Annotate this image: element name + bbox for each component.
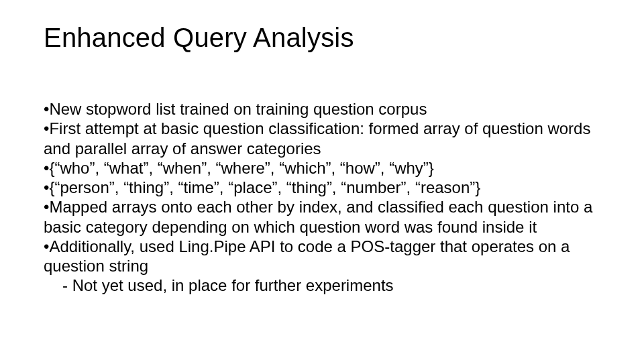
bullet-item: •{“person”, “thing”, “time”, “place”, “t…	[44, 178, 602, 197]
slide-title: Enhanced Query Analysis	[44, 23, 354, 53]
bullet-text: {“who”, “what”, “when”, “where”, “which”…	[49, 159, 433, 177]
slide: Enhanced Query Analysis •New stopword li…	[0, 0, 644, 362]
sub-bullet-item: - Not yet used, in place for further exp…	[44, 276, 602, 295]
bullet-item: •New stopword list trained on training q…	[44, 99, 602, 119]
bullet-item: •{“who”, “what”, “when”, “where”, “which…	[44, 158, 602, 178]
bullet-item: •Additionally, used Ling.Pipe API to cod…	[44, 237, 602, 276]
bullet-text: Additionally, used Ling.Pipe API to code…	[44, 237, 570, 275]
sub-bullet-text: - Not yet used, in place for further exp…	[62, 276, 394, 294]
bullet-item: •Mapped arrays onto each other by index,…	[44, 197, 602, 237]
bullet-text: First attempt at basic question classifi…	[44, 119, 590, 157]
bullet-item: •First attempt at basic question classif…	[44, 119, 602, 158]
bullet-text: {“person”, “thing”, “time”, “place”, “th…	[49, 178, 480, 196]
slide-body: •New stopword list trained on training q…	[44, 99, 602, 296]
bullet-text: New stopword list trained on training qu…	[49, 100, 427, 118]
bullet-text: Mapped arrays onto each other by index, …	[44, 198, 592, 235]
